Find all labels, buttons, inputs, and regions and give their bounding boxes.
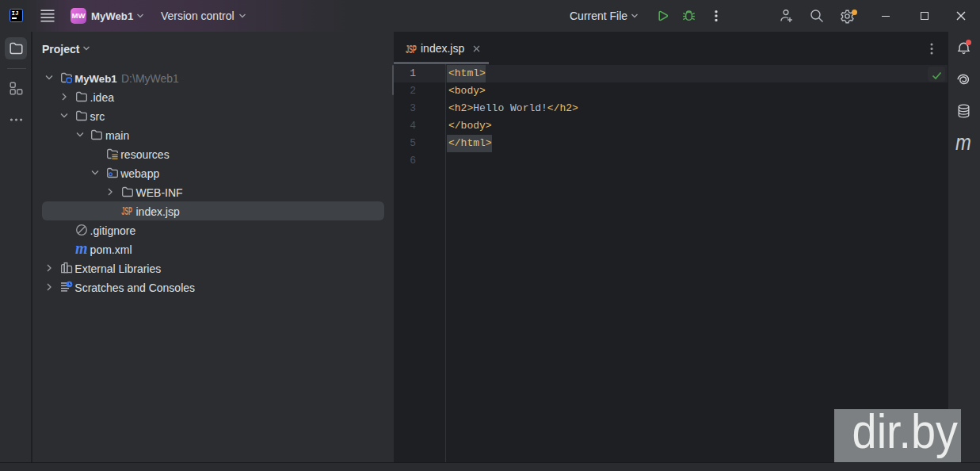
svg-text:JSP: JSP [121, 205, 132, 217]
svg-text:m: m [75, 243, 88, 255]
